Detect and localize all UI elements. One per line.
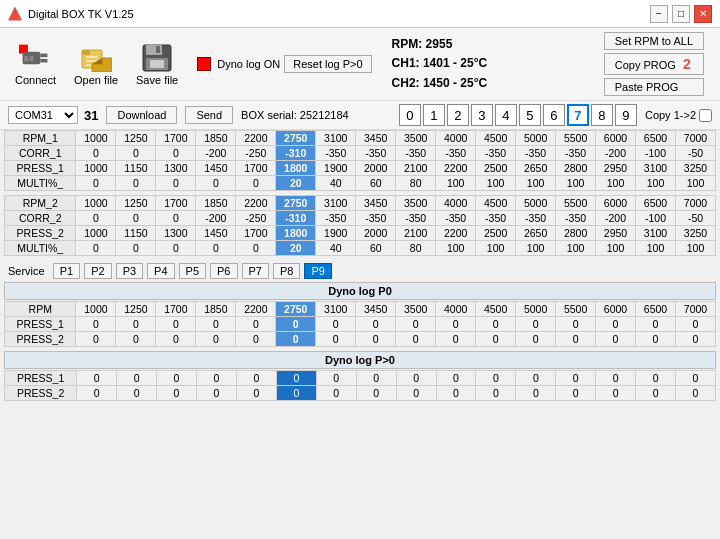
table-cell[interactable]: 3100	[636, 226, 676, 241]
table-cell[interactable]: 5500	[556, 131, 596, 146]
table-cell[interactable]: 0	[436, 371, 476, 386]
table-cell[interactable]: 0	[76, 241, 116, 256]
table-cell[interactable]: 0	[436, 332, 476, 347]
table-cell[interactable]: 0	[676, 371, 716, 386]
table-cell[interactable]: 2200	[236, 131, 276, 146]
table-cell[interactable]: 1700	[236, 226, 276, 241]
num-tab-1[interactable]: 1	[423, 104, 445, 126]
table-cell[interactable]: 2000	[356, 161, 396, 176]
table-cell[interactable]: 0	[436, 386, 476, 401]
table-cell[interactable]: 1700	[156, 302, 196, 317]
table-cell[interactable]: 2650	[516, 161, 556, 176]
table-cell[interactable]: 0	[196, 317, 236, 332]
table-cell[interactable]: 1850	[196, 131, 236, 146]
table-cell[interactable]: 0	[276, 386, 316, 401]
maximize-button[interactable]: □	[672, 5, 690, 23]
table-cell[interactable]: -200	[596, 146, 636, 161]
table-cell[interactable]: 0	[117, 386, 157, 401]
table-cell[interactable]: 3250	[675, 226, 715, 241]
table-cell[interactable]: 3100	[636, 161, 676, 176]
num-tab-6[interactable]: 6	[543, 104, 565, 126]
send-button[interactable]: Send	[185, 106, 233, 124]
service-tab-P8[interactable]: P8	[273, 263, 300, 279]
table-cell[interactable]: 0	[476, 371, 516, 386]
table-cell[interactable]: 0	[316, 332, 356, 347]
table-cell[interactable]: 3100	[316, 196, 356, 211]
table-cell[interactable]: 6500	[636, 302, 676, 317]
table-cell[interactable]: 3250	[675, 161, 715, 176]
table-cell[interactable]: 0	[675, 317, 715, 332]
table-cell[interactable]: 1250	[116, 302, 156, 317]
table-cell[interactable]: 2100	[396, 226, 436, 241]
table-cell[interactable]: -350	[476, 211, 516, 226]
save-file-button[interactable]: Save file	[129, 39, 185, 89]
table-cell[interactable]: 2650	[516, 226, 556, 241]
table-cell[interactable]: 100	[436, 241, 476, 256]
table-cell[interactable]: 3500	[396, 131, 436, 146]
table-cell[interactable]: 0	[76, 176, 116, 191]
table-cell[interactable]: 40	[316, 176, 356, 191]
table-cell[interactable]: 2100	[396, 161, 436, 176]
table-cell[interactable]: 0	[236, 241, 276, 256]
table-cell[interactable]: 1700	[156, 196, 196, 211]
open-file-button[interactable]: Open file	[67, 39, 125, 89]
table-cell[interactable]: 0	[396, 317, 436, 332]
table-cell[interactable]: 80	[396, 176, 436, 191]
table-cell[interactable]: 0	[676, 386, 716, 401]
table-cell[interactable]: 3450	[356, 302, 396, 317]
service-tab-P7[interactable]: P7	[242, 263, 269, 279]
table-cell[interactable]: 1250	[116, 196, 156, 211]
table-cell[interactable]: 20	[276, 176, 316, 191]
table-cell[interactable]: 20	[276, 241, 316, 256]
table-cell[interactable]: 1800	[276, 226, 316, 241]
table-cell[interactable]: 3500	[396, 302, 436, 317]
download-button[interactable]: Download	[106, 106, 177, 124]
table-cell[interactable]: 3500	[396, 196, 436, 211]
table-cell[interactable]: 0	[356, 386, 396, 401]
table-cell[interactable]: 100	[556, 176, 596, 191]
table-cell[interactable]: 1250	[116, 131, 156, 146]
table-cell[interactable]: 0	[196, 332, 236, 347]
table-cell[interactable]: 100	[636, 241, 676, 256]
table-cell[interactable]: 0	[276, 317, 316, 332]
table-cell[interactable]: -350	[516, 211, 556, 226]
table-cell[interactable]: 1000	[76, 131, 116, 146]
table-cell[interactable]: 0	[675, 332, 715, 347]
table-cell[interactable]: 100	[596, 176, 636, 191]
table-cell[interactable]: 1700	[236, 161, 276, 176]
close-button[interactable]: ✕	[694, 5, 712, 23]
table-cell[interactable]: 6000	[596, 302, 636, 317]
table-cell[interactable]: 0	[156, 317, 196, 332]
table-cell[interactable]: 80	[396, 241, 436, 256]
set-rpm-all-button[interactable]: Set RPM to ALL	[604, 32, 704, 50]
table-cell[interactable]: 0	[116, 241, 156, 256]
table-cell[interactable]: 0	[156, 241, 196, 256]
service-tab-P9[interactable]: P9	[304, 263, 331, 279]
table-cell[interactable]: 6500	[636, 196, 676, 211]
table-cell[interactable]: 1850	[196, 196, 236, 211]
num-tab-4[interactable]: 4	[495, 104, 517, 126]
num-tab-3[interactable]: 3	[471, 104, 493, 126]
service-tab-P2[interactable]: P2	[84, 263, 111, 279]
com-select[interactable]: COM31	[8, 106, 78, 124]
table-cell[interactable]: 0	[276, 332, 316, 347]
table-cell[interactable]: 0	[197, 386, 237, 401]
table-cell[interactable]: 0	[116, 146, 156, 161]
table-cell[interactable]: 0	[356, 317, 396, 332]
table-cell[interactable]: 0	[156, 332, 196, 347]
table-cell[interactable]: 0	[276, 371, 316, 386]
table-cell[interactable]: 0	[396, 371, 436, 386]
table-cell[interactable]: 1150	[116, 226, 156, 241]
table-cell[interactable]: 0	[596, 386, 636, 401]
table-cell[interactable]: 0	[556, 371, 596, 386]
table-cell[interactable]: 7000	[675, 131, 715, 146]
table-cell[interactable]: 1850	[196, 302, 236, 317]
table-cell[interactable]: 0	[76, 317, 116, 332]
table-cell[interactable]: 0	[476, 386, 516, 401]
table-cell[interactable]: 0	[157, 386, 197, 401]
table-cell[interactable]: 0	[596, 371, 636, 386]
table-cell[interactable]: 0	[157, 371, 197, 386]
table-cell[interactable]: -350	[316, 146, 356, 161]
table-cell[interactable]: 2200	[236, 196, 276, 211]
table-cell[interactable]: 0	[156, 146, 196, 161]
